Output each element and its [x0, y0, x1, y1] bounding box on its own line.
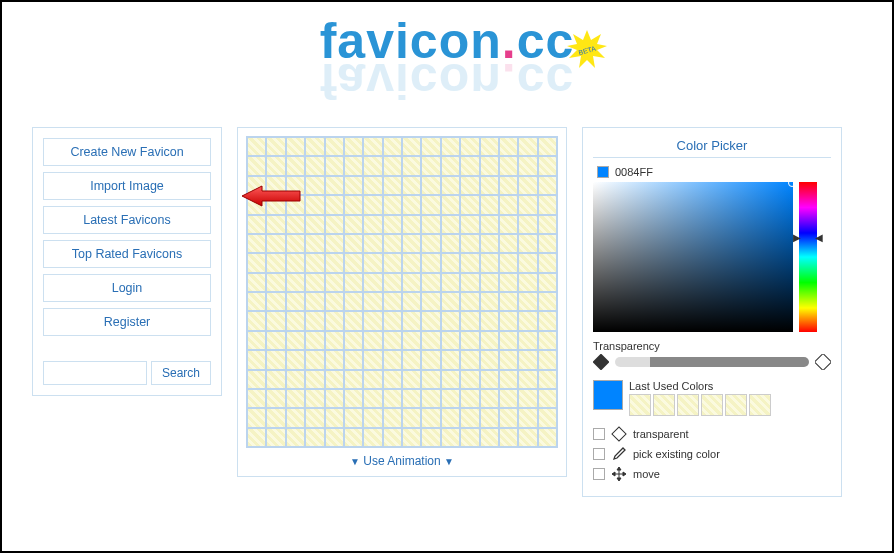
pixel-cell[interactable] [538, 253, 557, 272]
pixel-cell[interactable] [421, 253, 440, 272]
last-used-swatch[interactable] [725, 394, 747, 416]
pixel-cell[interactable] [518, 137, 537, 156]
pixel-cell[interactable] [286, 156, 305, 175]
create-new-favicon-button[interactable]: Create New Favicon [43, 138, 211, 166]
pixel-cell[interactable] [518, 389, 537, 408]
pixel-cell[interactable] [441, 176, 460, 195]
pixel-cell[interactable] [344, 253, 363, 272]
pixel-cell[interactable] [266, 311, 285, 330]
pixel-cell[interactable] [441, 156, 460, 175]
pixel-cell[interactable] [344, 234, 363, 253]
pixel-cell[interactable] [402, 215, 421, 234]
pixel-cell[interactable] [518, 428, 537, 447]
pixel-cell[interactable] [344, 195, 363, 214]
pixel-cell[interactable] [480, 370, 499, 389]
pixel-cell[interactable] [266, 273, 285, 292]
selected-color-swatch[interactable] [593, 380, 623, 410]
last-used-swatch[interactable] [701, 394, 723, 416]
pixel-cell[interactable] [344, 137, 363, 156]
pixel-cell[interactable] [266, 176, 285, 195]
pixel-cell[interactable] [266, 370, 285, 389]
pixel-cell[interactable] [460, 273, 479, 292]
pixel-cell[interactable] [480, 195, 499, 214]
pixel-cell[interactable] [402, 234, 421, 253]
pixel-cell[interactable] [499, 292, 518, 311]
pixel-cell[interactable] [499, 350, 518, 369]
pixel-cell[interactable] [286, 215, 305, 234]
pixel-cell[interactable] [402, 137, 421, 156]
pixel-cell[interactable] [325, 331, 344, 350]
pixel-cell[interactable] [421, 428, 440, 447]
pixel-cell[interactable] [325, 389, 344, 408]
pixel-cell[interactable] [325, 273, 344, 292]
pixel-cell[interactable] [247, 273, 266, 292]
transparent-option[interactable]: transparent [593, 426, 831, 442]
pixel-cell[interactable] [538, 370, 557, 389]
pixel-cell[interactable] [344, 292, 363, 311]
latest-favicons-button[interactable]: Latest Favicons [43, 206, 211, 234]
login-button[interactable]: Login [43, 274, 211, 302]
pixel-cell[interactable] [286, 253, 305, 272]
pixel-cell[interactable] [499, 311, 518, 330]
pixel-cell[interactable] [266, 292, 285, 311]
pixel-cell[interactable] [383, 215, 402, 234]
pixel-cell[interactable] [460, 176, 479, 195]
pixel-cell[interactable] [441, 350, 460, 369]
pixel-cell[interactable] [344, 389, 363, 408]
pixel-cell[interactable] [402, 370, 421, 389]
pixel-cell[interactable] [480, 234, 499, 253]
pixel-cell[interactable] [305, 428, 324, 447]
pixel-cell[interactable] [421, 292, 440, 311]
search-button[interactable]: Search [151, 361, 211, 385]
pixel-cell[interactable] [344, 331, 363, 350]
pixel-cell[interactable] [383, 408, 402, 427]
pixel-cell[interactable] [480, 176, 499, 195]
pixel-cell[interactable] [266, 389, 285, 408]
pixel-cell[interactable] [402, 389, 421, 408]
pixel-cell[interactable] [480, 292, 499, 311]
pixel-cell[interactable] [344, 156, 363, 175]
pixel-cell[interactable] [286, 137, 305, 156]
pixel-cell[interactable] [363, 292, 382, 311]
pixel-cell[interactable] [266, 195, 285, 214]
pixel-cell[interactable] [325, 234, 344, 253]
pixel-cell[interactable] [518, 350, 537, 369]
pixel-cell[interactable] [441, 195, 460, 214]
pixel-cell[interactable] [480, 273, 499, 292]
pixel-cell[interactable] [286, 350, 305, 369]
pixel-cell[interactable] [499, 215, 518, 234]
pixel-cell[interactable] [344, 176, 363, 195]
pixel-cell[interactable] [363, 156, 382, 175]
pixel-cell[interactable] [421, 215, 440, 234]
pixel-cell[interactable] [480, 428, 499, 447]
pixel-cell[interactable] [266, 428, 285, 447]
pixel-cell[interactable] [421, 331, 440, 350]
pixel-cell[interactable] [518, 408, 537, 427]
pixel-cell[interactable] [499, 176, 518, 195]
pixel-cell[interactable] [363, 408, 382, 427]
pixel-cell[interactable] [421, 234, 440, 253]
pixel-cell[interactable] [518, 234, 537, 253]
pixel-cell[interactable] [286, 273, 305, 292]
pixel-cell[interactable] [441, 253, 460, 272]
pixel-cell[interactable] [480, 215, 499, 234]
pixel-cell[interactable] [363, 253, 382, 272]
pixel-cell[interactable] [383, 370, 402, 389]
pixel-cell[interactable] [383, 273, 402, 292]
pixel-cell[interactable] [499, 137, 518, 156]
pixel-cell[interactable] [402, 292, 421, 311]
pixel-cell[interactable] [383, 350, 402, 369]
pixel-cell[interactable] [305, 350, 324, 369]
last-used-swatch[interactable] [653, 394, 675, 416]
pixel-cell[interactable] [460, 350, 479, 369]
search-input[interactable] [43, 361, 147, 385]
pixel-cell[interactable] [363, 215, 382, 234]
pixel-cell[interactable] [499, 389, 518, 408]
pixel-cell[interactable] [518, 253, 537, 272]
pixel-cell[interactable] [325, 195, 344, 214]
pixel-cell[interactable] [421, 273, 440, 292]
pixel-cell[interactable] [325, 370, 344, 389]
pixel-cell[interactable] [305, 292, 324, 311]
hue-slider[interactable]: ▶◀ [799, 182, 817, 332]
pixel-cell[interactable] [305, 215, 324, 234]
